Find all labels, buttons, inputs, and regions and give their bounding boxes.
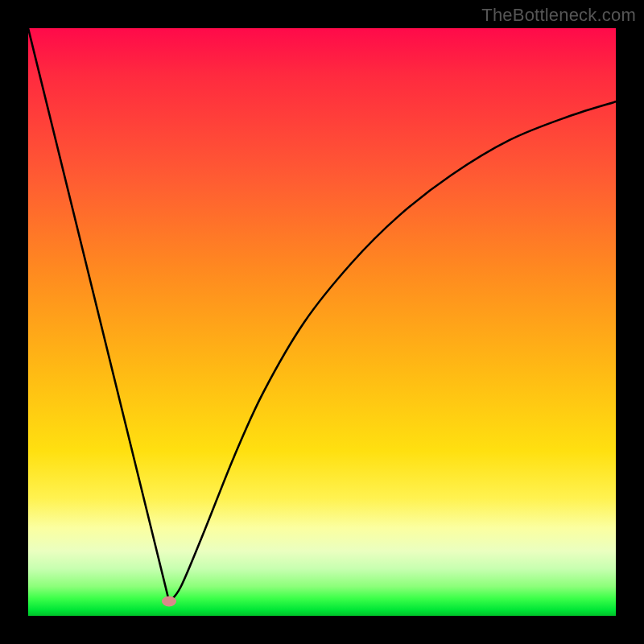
chart-frame: TheBottleneck.com <box>0 0 644 644</box>
minimum-marker <box>162 597 176 607</box>
watermark-text: TheBottleneck.com <box>481 5 636 26</box>
bottleneck-curve <box>28 28 616 616</box>
plot-area <box>28 28 616 616</box>
